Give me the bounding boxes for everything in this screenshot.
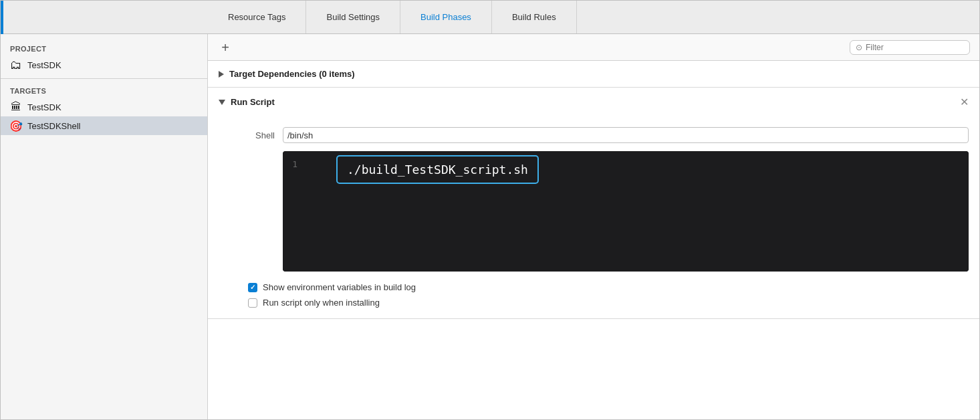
run-script-body: Shell 1 ./build_TestSDK_script.sh <box>208 116 979 318</box>
sidebar-item-testsdk[interactable]: 🏛 TestSDK <box>1 98 207 116</box>
project-section-label: PROJECT <box>1 41 207 56</box>
left-indicator <box>1 1 3 34</box>
targets-section-label: TARGETS <box>1 83 207 98</box>
filter-field[interactable]: ⊙ <box>850 40 970 55</box>
sidebar-testsdkshell-label: TestSDKShell <box>27 121 80 131</box>
shell-input[interactable] <box>283 127 969 143</box>
checkbox-row-show-env: Show environment variables in build log <box>248 282 969 292</box>
script-editor-wrapper: 1 ./build_TestSDK_script.sh <box>283 151 969 272</box>
checkboxes-area: Show environment variables in build log … <box>248 280 969 308</box>
content-area: + ⊙ Target Dependencies (0 items) <box>208 34 979 419</box>
run-only-checkbox[interactable] <box>248 298 257 308</box>
tab-build-settings[interactable]: Build Settings <box>306 1 400 33</box>
app-window: Resource Tags Build Settings Build Phase… <box>0 0 980 420</box>
sidebar-divider <box>1 78 207 79</box>
target-dependencies-header[interactable]: Target Dependencies (0 items) <box>208 61 979 87</box>
tab-label-build-settings: Build Settings <box>326 12 380 22</box>
sidebar-item-testsdkshell[interactable]: 🎯 TestSDKShell <box>1 116 207 135</box>
tab-label-build-phases: Build Phases <box>420 12 471 22</box>
run-script-close-button[interactable]: ✕ <box>960 96 969 108</box>
content-toolbar: + ⊙ <box>208 34 979 61</box>
filter-input[interactable] <box>866 43 953 52</box>
show-env-checkbox[interactable] <box>248 283 257 292</box>
content-scroll: Target Dependencies (0 items) Run Script… <box>208 61 979 419</box>
tab-resource-tags[interactable]: Resource Tags <box>208 1 306 33</box>
project-item-label: TestSDK <box>27 60 62 70</box>
shell-row: Shell <box>248 127 969 143</box>
checkbox-row-run-only: Run script only when installing <box>248 298 969 308</box>
script-highlight-box: ./build_TestSDK_script.sh <box>336 155 539 184</box>
tab-label-build-rules: Build Rules <box>512 12 556 22</box>
script-content: ./build_TestSDK_script.sh <box>347 163 528 177</box>
run-script-section: Run Script ✕ Shell 1 <box>208 88 979 319</box>
tab-label-resource-tags: Resource Tags <box>228 12 285 22</box>
run-script-header[interactable]: Run Script ✕ <box>208 88 979 116</box>
add-button-label: + <box>221 41 229 54</box>
sidebar-testsdk-label: TestSDK <box>27 102 62 112</box>
target-dependencies-section: Target Dependencies (0 items) <box>208 61 979 88</box>
tab-build-phases[interactable]: Build Phases <box>400 1 492 33</box>
script-editor[interactable]: ./build_TestSDK_script.sh <box>303 151 969 272</box>
line-numbers: 1 <box>283 151 303 272</box>
building-icon: 🏛 <box>10 101 22 113</box>
target-dependencies-label: Target Dependencies (0 items) <box>229 69 355 79</box>
tab-bar: Resource Tags Build Settings Build Phase… <box>1 1 979 34</box>
project-icon: 🗂 <box>10 59 22 71</box>
filter-icon: ⊙ <box>856 43 862 52</box>
triangle-right-icon <box>219 71 224 78</box>
run-script-label: Run Script <box>231 97 275 107</box>
main-area: PROJECT 🗂 TestSDK TARGETS 🏛 TestSDK 🎯 Te… <box>1 34 979 419</box>
add-phase-button[interactable]: + <box>217 39 233 56</box>
line-number-1: 1 <box>288 158 297 171</box>
shell-label: Shell <box>248 130 275 140</box>
tab-build-rules[interactable]: Build Rules <box>492 1 577 33</box>
sidebar: PROJECT 🗂 TestSDK TARGETS 🏛 TestSDK 🎯 Te… <box>1 34 208 419</box>
target-icon: 🎯 <box>10 120 22 132</box>
triangle-down-icon <box>219 100 225 105</box>
sidebar-item-project[interactable]: 🗂 TestSDK <box>1 56 207 74</box>
run-only-label: Run script only when installing <box>263 298 380 308</box>
show-env-label: Show environment variables in build log <box>263 282 416 292</box>
